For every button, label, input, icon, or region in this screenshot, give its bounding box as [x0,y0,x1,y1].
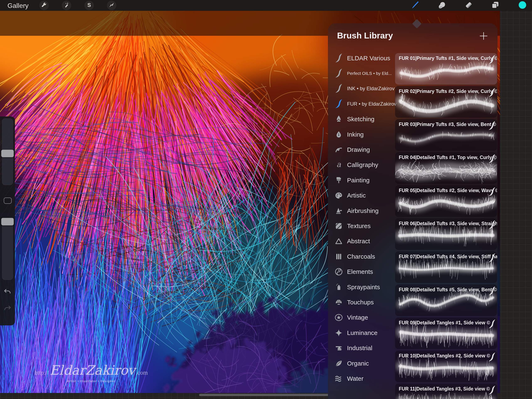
brush-set-abstract[interactable]: Abstract [328,234,395,249]
opacity-handle[interactable] [1,218,14,225]
wrench-icon [41,2,47,9]
brush-card-fur-09[interactable]: FUR 09|Detailed Tangles #1, Side view © [395,317,497,349]
brush-name: FUR 11|Detailed Tangles #3, Side view © [399,386,490,392]
brush-card-fur-06[interactable]: FUR 06|Detailed Tufts #3, Side view, Str… [395,218,497,250]
selection-arrow-icon [109,2,114,9]
brush-set-calligraphy[interactable]: aCalligraphy [328,157,395,173]
brush-tool-button[interactable] [411,1,419,10]
brush-card-fur-11[interactable]: FUR 11|Detailed Tangles #3, Side view © [395,384,497,399]
brush-card-fur-03[interactable]: FUR 03|Primary Tufts #3, Side view, Bent… [395,119,497,151]
brush-set-airbrushing[interactable]: Airbrushing [328,203,395,218]
brush-list: FUR 01|Primary Tufts #1, Side view, Curl… [395,53,497,399]
brush-card-fur-04[interactable]: FUR 04|Detailed Tufts #1, Top view, Curl… [395,152,497,184]
brush-size-handle[interactable] [1,150,14,157]
brush-card-fur-10[interactable]: FUR 10|Detailed Tangles #2, Side view © [395,351,497,382]
brush-set-label: Vintage [347,314,368,321]
opacity-slider[interactable] [2,218,13,280]
brush-set-label: Perfect OILS • by Eld... [347,71,392,76]
brush-card-fur-01[interactable]: FUR 01|Primary Tufts #1, Side view, Curl… [395,53,497,85]
brush-set-vintage[interactable]: Vintage [328,310,395,325]
brush-set-charcoals[interactable]: Charcoals [328,249,395,264]
paint-brush-icon [411,1,419,10]
brush-name: FUR 09|Detailed Tangles #1, Side view © [399,320,490,326]
top-toolbar: Gallery S [0,0,532,11]
waves-icon [333,374,344,384]
anvil-icon [333,343,344,353]
nib-icon [333,129,344,140]
gallery-button[interactable]: Gallery [7,2,28,10]
brush-name: FUR 03|Primary Tufts #3, Side view, Bent… [399,122,496,127]
brush-name: FUR 07|Detailed Tufts #4, Side view, Sti… [399,254,497,259]
brush-set-perfect-oils-by-eld[interactable]: Perfect OILS • by Eld... [328,66,395,81]
charcoal-bars-icon [333,251,344,262]
touchup-brush-icon [333,297,344,307]
brush-name: FUR 08|Detailed Tufts #5, Side view, Ben… [399,287,497,293]
signature-url-suffix: .com [136,369,148,376]
brush-set-label: Industrial [347,345,372,352]
brush-set-industrial[interactable]: Industrial [328,340,395,355]
brush-set-label: Organic [347,360,369,367]
brush-set-elements[interactable]: Elements [328,264,395,279]
brush-set-label: Charcoals [347,253,375,260]
redo-button[interactable] [3,304,12,314]
add-brush-button[interactable] [479,31,488,41]
artist-signature: http:// EldarZakirov .com Artist • Illus… [34,363,148,383]
brush-stroke-icon [333,99,344,109]
brush-name: FUR 10|Detailed Tangles #2, Side view © [399,353,490,359]
brush-set-organic[interactable]: Organic [328,356,395,371]
brush-name: FUR 05|Detailed Tufts #2, Side view, Wav… [399,188,497,193]
brush-card-fur-07[interactable]: FUR 07|Detailed Tufts #4, Side view, Sti… [395,251,497,283]
modify-button[interactable] [4,198,12,204]
brush-set-textures[interactable]: Textures [328,218,395,233]
brush-set-label: Painting [347,177,369,184]
brush-set-inking[interactable]: Inking [328,127,395,142]
brush-set-eldar-various[interactable]: ELDAR Various [328,51,395,66]
brush-card-fur-08[interactable]: FUR 08|Detailed Tufts #5, Side view, Ben… [395,284,497,316]
brush-stroke-icon [487,253,494,259]
brush-stroke-icon [487,385,494,392]
smudge-icon [437,1,446,10]
brush-stroke-icon [333,68,344,78]
triangle-icon [333,236,344,246]
brush-stroke-icon [487,55,494,61]
panel-title: Brush Library [337,31,393,40]
transform-button[interactable] [107,1,116,10]
eraser-tool-button[interactable] [464,1,473,10]
star-circle-icon [333,313,344,322]
selection-button[interactable]: S [84,1,94,10]
brush-name: FUR 02|Primary Tufts #2, Side view, Curl… [399,89,497,94]
paintbrush-icon [333,175,344,185]
brush-set-fur-by-eldarzakirov[interactable]: FUR • by EldarZakirov [328,96,395,111]
brush-set-artistic[interactable]: Artistic [328,188,395,203]
calligraphy-a-icon: a [333,160,344,170]
brush-card-fur-05[interactable]: FUR 05|Detailed Tufts #2, Side view, Wav… [395,185,497,217]
brush-card-fur-02[interactable]: FUR 02|Primary Tufts #2, Side view, Curl… [395,86,497,118]
brush-set-drawing[interactable]: Drawing [328,142,395,157]
brush-set-label: Sketching [347,116,374,123]
brush-set-label: Spraypaints [347,283,380,291]
brush-set-luminance[interactable]: Luminance [328,325,395,340]
brush-set-label: Airbrushing [347,207,379,214]
adjustments-button[interactable] [62,1,71,10]
brush-set-label: Luminance [347,329,378,336]
brush-set-touchups[interactable]: Touchups [328,295,395,310]
layers-icon [491,1,499,10]
horizontal-scrollbar[interactable] [199,394,333,396]
selection-s-icon: S [86,2,92,9]
undo-button[interactable] [3,288,12,297]
brush-name: FUR 01|Primary Tufts #1, Side view, Curl… [399,56,497,61]
layers-tool-button[interactable] [491,1,499,10]
brush-set-label: Inking [347,131,364,138]
actions-button[interactable] [39,1,49,10]
brush-set-ink-by-eldarzakirov[interactable]: INK • by EldarZakirov [328,81,395,96]
svg-text:S: S [87,2,91,8]
leaf-icon [333,359,344,368]
texture-square-icon [333,221,344,231]
brush-set-painting[interactable]: Painting [328,173,395,188]
brush-set-water[interactable]: Water [328,371,395,386]
brush-stroke-icon [487,352,494,359]
color-swatch[interactable] [518,1,527,10]
brush-set-sketching[interactable]: Sketching [328,112,395,127]
brush-set-spraypaints[interactable]: Spraypaints [328,279,395,295]
smudge-tool-button[interactable] [437,1,446,10]
